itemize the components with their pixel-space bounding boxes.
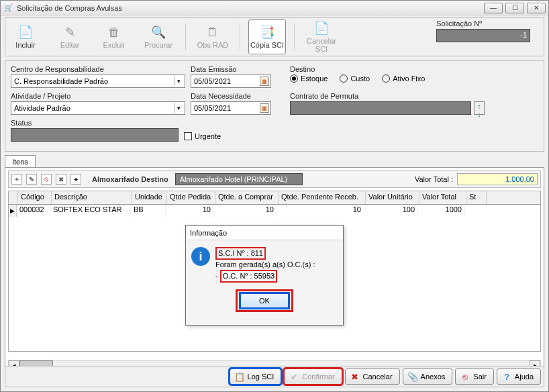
row-selector-header [9,191,18,204]
col-qtde-pendente[interactable]: Qtde. Pendente Receb. [279,191,366,204]
destino-label: Destino [290,65,425,73]
anexos-button[interactable]: 📎Anexos [403,369,453,385]
valor-total-value: 1.000,00 [457,173,538,185]
obs-rad-button: 🗒Obs RAD [194,19,232,54]
item-cancel-button[interactable]: ✖ [56,174,66,185]
status-label: Status [11,119,179,127]
copy-icon: 📑 [260,25,274,40]
solicitacao-label: Solicitação Nº [436,19,537,28]
close-button[interactable]: ✕ [527,3,546,13]
data-necessidade-label: Data Necessidade [191,92,271,100]
data-emissao-label: Data Emissão [191,65,271,73]
destino-radiogroup: Estoque Custo Ativo Fixo [290,75,425,83]
tab-itens[interactable]: Itens [5,155,36,168]
minimize-button[interactable]: — [484,3,503,13]
row-indicator-icon: ▶ [9,205,17,217]
exit-icon: ⎋ [460,371,470,382]
chevron-down-icon: ▾ [174,103,183,113]
destino-estoque-radio[interactable]: Estoque [290,75,328,83]
procurar-button: 🔍Procurar [140,19,177,54]
maximize-button[interactable]: ☐ [505,3,524,13]
destino-ativo-radio[interactable]: Ativo Fixo [382,75,425,83]
editar-button: ✎Editar [51,19,89,54]
main-toolbar: 📄Incluir ✎Editar 🗑Excluir 🔍Procurar 🗒Obs… [5,17,544,56]
status-field [11,128,179,142]
almox-label: Almoxarifado Destino [92,175,168,183]
dialog-prefix: - [215,272,220,280]
incluir-button[interactable]: 📄Incluir [7,19,44,54]
check-icon: ✔ [289,371,299,382]
contrato-field[interactable] [290,101,471,115]
urgente-checkbox[interactable] [184,132,192,140]
col-valor-unitario[interactable]: Valor Unitário [366,191,419,204]
item-delete-button[interactable]: ⦸ [41,174,52,185]
almox-value: Almoxarifado Hotel (PRINCIPAL) [175,173,303,185]
data-emissao-input[interactable]: 05/05/2021 ▦ [191,75,271,88]
confirmar-button: ✔Confirmar [284,369,342,385]
col-valor-total[interactable]: Valor Total [419,191,466,204]
item-edit-button[interactable]: ✎ [26,174,37,185]
data-necessidade-input[interactable]: 05/05/2021 ▦ [191,101,271,115]
grid-header: Código Descrição Unidade Qtde Pedida Qtd… [9,191,540,205]
solicitacao-number-box: Solicitação Nº -1 [436,19,537,42]
cell-descricao: SOFTEX ECO STAR [50,205,131,217]
form-panel: Centro de Responsabilidade C. Responsabi… [5,60,544,152]
col-codigo[interactable]: Código [18,191,52,204]
calendar-icon[interactable]: ▦ [260,103,269,113]
data-emissao-value: 05/05/2021 [194,77,231,85]
new-doc-icon: 📄 [18,25,33,40]
titlebar: 🛒 Solicitação de Compras Avulsas — ☐ ✕ [1,1,548,15]
toolbar-separator [294,23,295,50]
ajuda-button[interactable]: ?Ajuda [497,369,541,385]
col-qtde-pedida[interactable]: Qtde Pedida [167,191,215,204]
contrato-sort-button[interactable]: ↑↓ [474,101,485,115]
cell-codigo: 000032 [17,205,50,217]
urgente-label: Urgente [195,132,221,140]
info-dialog: Informação i S.C.I Nº : 811 Foram gerada… [185,225,344,326]
cancel-icon: ✖ [350,371,360,382]
app-icon: 🛒 [3,3,14,13]
centro-label: Centro de Responsabilidade [11,65,185,73]
dialog-text: Foram gerada(s) a(s) O.C.(s) : [215,260,315,268]
centro-dropdown[interactable]: C. Responsabilidade Padrão ▾ [11,75,185,88]
calendar-icon[interactable]: ▦ [260,77,269,86]
centro-value: C. Responsabilidade Padrão [14,77,108,85]
atividade-label: Atividade / Projeto [11,92,185,100]
sair-button[interactable]: ⎋Sair [455,369,494,385]
valor-total-label: Valor Total : [415,175,453,183]
cancelar-sci-button: 📄Cancelar SCI [303,19,340,54]
toolbar-separator [185,23,186,50]
data-necessidade-value: 05/05/2021 [194,104,231,112]
dialog-title: Informação [186,226,343,240]
sci-number: S.C.I Nº : 811 [215,247,266,260]
log-icon: 📋 [234,371,245,382]
chevron-down-icon: ▾ [174,77,183,86]
cancel-doc-icon: 📄 [314,21,329,36]
col-status[interactable]: St [466,191,487,204]
radio-icon [382,75,390,83]
col-unidade[interactable]: Unidade [132,191,167,204]
table-row[interactable]: ▶ 000032 SOFTEX ECO STAR BB 10 10 10 100… [9,205,540,217]
toolbar-separator [240,23,240,50]
col-descricao[interactable]: Descrição [52,191,132,204]
window-title: Solicitação de Compras Avulsas [17,4,484,12]
radio-icon [290,75,298,83]
cell-qtde-pendente: 10 [277,205,364,217]
atividade-dropdown[interactable]: Atividade Padrão ▾ [11,101,185,115]
info-icon: i [191,247,210,266]
contrato-label: Contrato de Permuta [290,92,485,100]
log-sci-button[interactable]: 📋Log SCI [230,369,282,385]
note-icon: 🗒 [207,25,219,40]
footer-bar: 📋Log SCI ✔Confirmar ✖Cancelar 📎Anexos ⎋S… [5,366,544,387]
item-add-button[interactable]: ＋ [11,174,22,185]
destino-custo-radio[interactable]: Custo [340,75,370,83]
cancelar-button[interactable]: ✖Cancelar [345,369,400,385]
radio-icon [340,75,348,83]
cell-valor-unit: 100 [364,205,418,217]
col-qtde-comprar[interactable]: Qtde. a Comprar [215,191,279,204]
dialog-ok-button[interactable]: OK [240,293,289,308]
copia-sci-button[interactable]: 📑Cópia SCI [248,19,286,54]
help-icon: ? [501,371,512,382]
item-filter-button[interactable]: ✦ [70,174,81,185]
delete-icon: 🗑 [108,25,120,40]
